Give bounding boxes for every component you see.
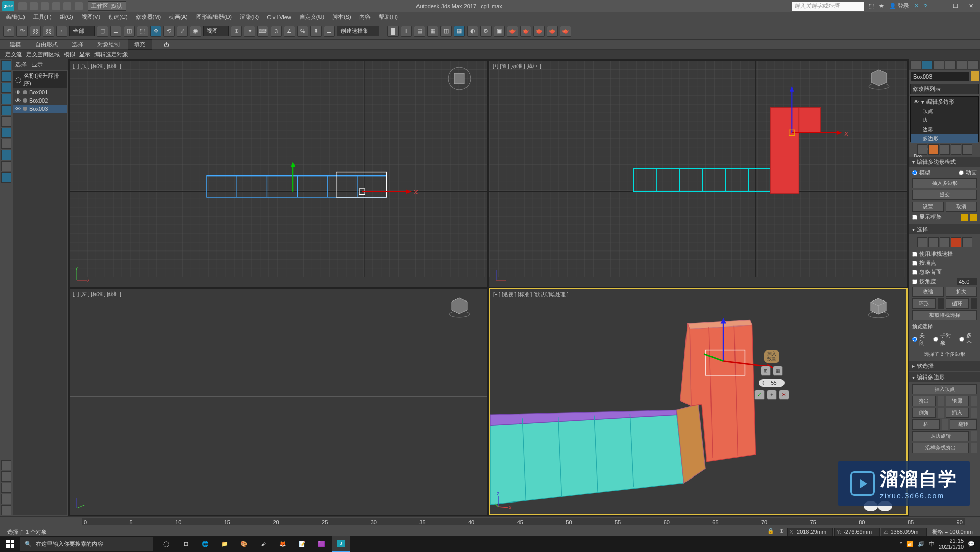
by-angle-checkbox[interactable]: 按角度: [912,278,938,285]
stack-sub-item[interactable]: 多边形 [911,134,978,143]
workspace-selector[interactable]: 工作区: 默认 [88,1,126,11]
extrude-settings-icon[interactable] [938,396,944,406]
column-header[interactable]: ◯名称(按升序排序) [13,71,67,88]
viewcube-icon[interactable] [866,66,892,91]
modify-tab-icon[interactable] [922,60,933,69]
caddy-apply-icon[interactable]: + [767,390,777,400]
preview-off-radio[interactable]: 关闭 [912,332,930,347]
app-icon-4[interactable]: 🟪 [312,536,331,552]
snap-button[interactable]: 3 [271,26,282,37]
schematic-button[interactable]: ▦ [454,26,465,37]
menu-views[interactable]: 视图(V) [79,12,104,22]
clock-time[interactable]: 21:15 [939,538,964,544]
tab-select[interactable]: 选择 [15,61,27,68]
app-icon-3[interactable]: 📝 [293,536,311,552]
by-vertex-checkbox[interactable]: 按顶点 [912,259,977,267]
rollout-edit-mode[interactable]: ▾ 编辑多边形模式 [909,157,980,167]
subtab-idle[interactable]: 定义空闲区域 [26,51,60,58]
scale-button[interactable]: ⤢ [177,26,188,37]
stack-sub-item[interactable]: 边界 [911,125,978,134]
material-button[interactable]: ◐ [467,26,478,37]
render-setup-button[interactable]: ⚙ [480,26,492,37]
layer-icon[interactable] [1,460,11,470]
tab-freeform[interactable]: 自由形式 [29,39,64,50]
menu-script[interactable]: 脚本(S) [329,12,354,22]
viewport-left[interactable]: [+] [左 ] [标准 ] [线框 ] [69,288,488,515]
infocenter-icon[interactable]: ⬚ [869,3,874,9]
collapse-icon[interactable] [1,494,11,504]
angle-snap-button[interactable]: ∠ [284,26,295,37]
bevel-button[interactable]: 倒角 [912,408,936,418]
object-color-swatch[interactable] [971,71,979,81]
insert-vertex-button[interactable]: 插入顶点 [912,384,977,394]
timeline[interactable]: 0 / 100 0510 152025 303540 455055 606570… [0,517,980,527]
app-logo[interactable]: 3MAX [2,1,14,11]
geometry-filter-icon[interactable] [1,60,11,70]
xref-filter-icon[interactable] [1,139,11,149]
inset-settings-icon[interactable] [971,408,977,418]
menu-graph[interactable]: 图形编辑器(D) [193,12,235,22]
ime-icon[interactable]: 中 [929,540,935,548]
viewport-label[interactable]: [+] [顶 ] [标准 ] [线框 ] [73,63,121,70]
toggle-ribbon-button[interactable]: ▦ [427,26,438,37]
menu-edit[interactable]: 编辑(E) [3,12,28,22]
shape-filter-icon[interactable] [1,71,11,82]
undo-icon[interactable] [52,2,60,10]
viewcube-icon[interactable] [447,66,472,91]
add-icon[interactable] [1,471,11,482]
pivot-button[interactable]: ⊕ [231,26,242,37]
taskview-icon[interactable]: ◯ [157,536,176,552]
tab-display[interactable]: 显示 [32,61,43,68]
group-filter-icon[interactable] [1,128,11,138]
explorer-icon[interactable]: 📁 [215,536,234,552]
rotate-button[interactable]: ⟲ [163,26,175,37]
show-cage-checkbox[interactable]: 显示框架 [912,213,942,221]
bridge-settings-icon[interactable] [942,419,948,430]
mode-anim-radio[interactable]: 动画 [959,169,977,177]
subtab-simulate[interactable]: 模拟 [64,51,75,58]
lock-icon[interactable]: 🔒 [765,528,776,536]
signin-button[interactable]: 👤 登录 [889,2,909,10]
tab-paint[interactable]: 对象绘制 [91,39,127,50]
list-item[interactable]: 👁Box001 [13,88,67,96]
hinge-settings-icon[interactable] [971,431,977,441]
list-item[interactable]: 👁Box003 [13,105,67,113]
mirror-button[interactable]: ▐▌ [387,26,399,37]
ring-button[interactable]: 环形 [912,298,936,309]
rollout-soft-selection[interactable]: ▸ 软选择 [909,361,980,371]
help-icon[interactable]: ? [924,3,927,9]
viewport-front[interactable]: [+] [前 ] [标准 ] [线框 ] x [489,60,908,287]
subtab-display[interactable]: 显示 [79,51,90,58]
menu-tools[interactable]: 工具(T) [30,12,55,22]
create-tab-icon[interactable] [910,60,921,69]
coord-mode-icon[interactable]: ⊕ [777,528,786,536]
motion-tab-icon[interactable] [945,60,956,69]
edge-icon[interactable]: 🌐 [196,536,214,552]
bind-button[interactable]: ≈ [56,26,67,37]
menu-modifiers[interactable]: 修改器(M) [133,12,164,22]
exchange-icon[interactable]: ✕ [914,3,919,9]
new-icon[interactable] [18,2,27,10]
link-button[interactable]: ⛓ [30,26,41,37]
stack-sub-item[interactable]: 边 [911,116,978,125]
helper-filter-icon[interactable] [1,105,11,115]
border-subobj-icon[interactable] [940,237,950,247]
tab-selection[interactable]: 选择 [65,39,90,50]
y-coord-input[interactable]: Y:-276.69mm [834,528,880,536]
hierarchy-tab-icon[interactable] [933,60,944,69]
display-tab-icon[interactable] [957,60,968,69]
grow-button[interactable]: 扩大 [946,287,977,297]
hinge-button[interactable]: 从边旋转 [912,431,969,441]
rollout-edit-poly[interactable]: ▾ 编辑多边形 [909,372,980,382]
menu-content[interactable]: 内容 [356,12,374,22]
ring-spinner[interactable] [938,298,944,309]
select-region-button[interactable]: ◫ [124,26,135,37]
spacewarp-filter-icon[interactable] [1,116,11,127]
tray-arrow-icon[interactable]: ^ [900,541,902,547]
undo-button[interactable]: ↶ [3,26,14,37]
show-end-result-icon[interactable] [928,144,939,155]
cage-color-2[interactable] [970,214,977,221]
3dsmax-taskbar-icon[interactable]: 3 [332,536,350,552]
layer-button[interactable]: ▤ [414,26,425,37]
start-button[interactable] [0,536,20,552]
